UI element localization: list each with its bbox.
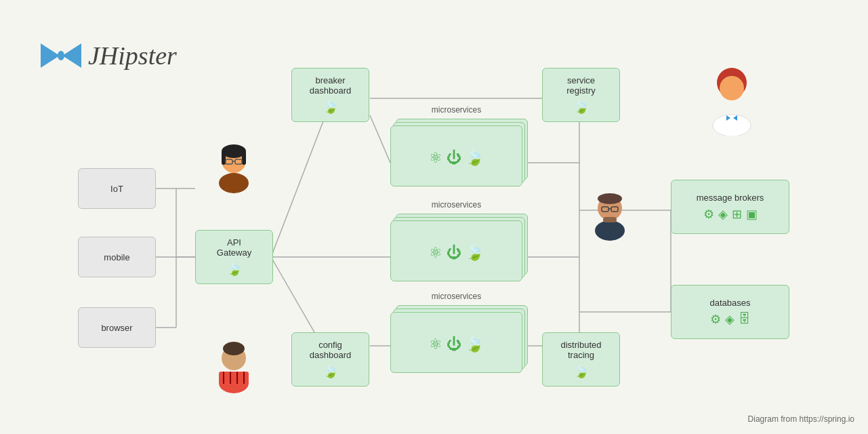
diagram-container: JHipster [0,0,868,434]
registry-leaf-icon: 🍃 [574,100,589,115]
ms-mid-label: microservices [390,200,522,210]
mb-redis-icon: ◈ [718,207,728,222]
api-gateway-label: APIGateway [217,237,251,258]
avatar-man-beard [590,180,630,243]
browser-node: browser [78,307,156,348]
service-registry-node: serviceregistry 🍃 [542,68,620,122]
mobile-label: mobile [104,252,129,262]
config-dashboard-node: configdashboard 🍃 [291,332,369,387]
ms-bot-label: microservices [390,292,522,301]
svg-line-9 [370,115,390,163]
tracing-leaf-icon: 🍃 [574,364,589,379]
logo-text: JHipster [88,41,177,71]
mb-rabbit-icon: ⊞ [732,207,742,222]
svg-point-33 [598,193,622,204]
diagram-source: Diagram from https://spring.io [748,414,854,424]
svg-point-40 [720,76,744,100]
breaker-leaf-icon: 🍃 [323,100,338,115]
ms-mid-atom-icon: ⚛ [429,244,442,262]
microservices-bot-group: ⚛ ⏻ 🍃 microservices [390,312,522,373]
service-registry-label: serviceregistry [566,75,596,96]
avatar-woman [213,132,254,196]
db-postgres-icon: 🗄 [739,312,751,326]
avatar-woman-red [705,61,759,138]
ms-mid-leaf-icon: 🍃 [466,244,484,262]
svg-point-31 [595,220,625,241]
distributed-tracing-label: distributedtracing [561,340,602,360]
microservices-top-group: ⚛ ⏻ 🍃 microservices [390,125,522,186]
ms-bot-leaf-icon: 🍃 [466,336,484,353]
svg-point-23 [219,173,249,193]
config-leaf-icon: 🍃 [323,364,338,379]
breaker-dashboard-label: breakerdashboard [310,75,351,96]
db-mongo-icon: ◈ [725,312,735,327]
ms-bot-atom-icon: ⚛ [429,336,442,353]
iot-label: IoT [110,184,123,194]
bowtie-icon [41,43,81,68]
svg-point-45 [223,342,245,355]
browser-label: browser [101,323,132,333]
ms-bot-power-icon: ⏻ [447,336,461,353]
avatar-man-plaid [213,332,254,396]
svg-rect-27 [242,151,246,165]
ms-top-label: microservices [390,105,522,115]
distributed-tracing-node: distributedtracing 🍃 [542,332,620,387]
databases-node: databases ⚙ ◈ 🗄 [671,285,789,339]
message-brokers-node: message brokers ⚙ ◈ ⊞ ▣ [671,180,789,234]
svg-rect-26 [222,151,226,165]
ms-mid-power-icon: ⏻ [447,244,461,262]
breaker-dashboard-node: breakerdashboard 🍃 [291,68,369,122]
logo-area: JHipster [41,41,177,71]
svg-point-38 [713,115,751,136]
ms-top-leaf-icon: 🍃 [466,149,484,167]
microservices-mid-group: ⚛ ⏻ 🍃 microservices [390,220,522,281]
db-mysql-icon: ⚙ [710,312,721,327]
svg-marker-21 [62,43,81,68]
source-text: Diagram from https://spring.io [748,414,854,424]
svg-rect-34 [603,217,617,222]
config-dashboard-label: configdashboard [310,340,351,360]
gateway-leaf-icon: 🍃 [227,262,242,277]
svg-line-5 [271,98,332,257]
svg-point-22 [58,51,64,60]
mobile-node: mobile [78,237,156,277]
svg-marker-20 [41,43,60,68]
mb-activemq-icon: ▣ [746,207,758,222]
ms-top-power-icon: ⏻ [447,149,461,167]
ms-top-atom-icon: ⚛ [429,149,442,167]
mb-kafka-icon: ⚙ [703,207,714,222]
message-brokers-label: message brokers [697,193,764,203]
iot-node: IoT [78,168,156,209]
databases-label: databases [710,298,751,308]
api-gateway-node: APIGateway 🍃 [195,230,273,284]
